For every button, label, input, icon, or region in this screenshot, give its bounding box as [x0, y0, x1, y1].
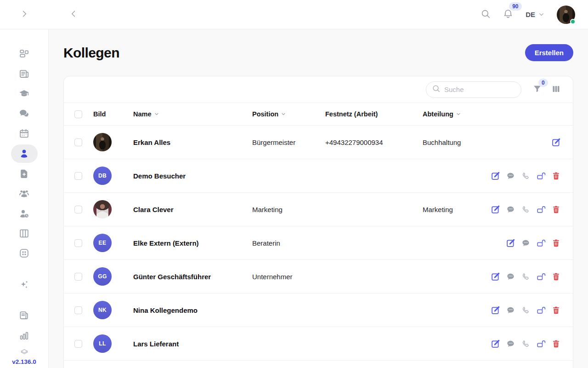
search-icon	[481, 9, 491, 20]
unlock-icon[interactable]	[536, 171, 546, 181]
columns-board-icon	[18, 228, 30, 239]
colleague-name: Lars Lieferant	[133, 340, 252, 348]
chat-icon[interactable]	[506, 339, 515, 349]
calendar-icon	[18, 128, 30, 139]
table-row[interactable]: GG Günter Geschäftsführer Unternehmer	[64, 260, 573, 293]
chat-icon[interactable]	[521, 238, 531, 248]
chat-icon[interactable]	[506, 171, 515, 181]
colleague-name: Günter Geschäftsführer	[133, 273, 252, 281]
columns-button[interactable]	[551, 84, 561, 95]
edit-icon[interactable]	[491, 305, 500, 315]
chat-icon[interactable]	[506, 205, 515, 214]
user-avatar[interactable]	[557, 6, 575, 24]
notifications-button[interactable]: 90	[503, 8, 514, 21]
edit-icon[interactable]	[491, 171, 500, 181]
row-checkbox[interactable]	[74, 206, 82, 213]
row-checkbox[interactable]	[74, 273, 82, 281]
trash-icon[interactable]	[551, 272, 561, 282]
trash-icon[interactable]	[551, 339, 561, 349]
chat-icon[interactable]	[506, 305, 515, 315]
avatar: LL	[93, 334, 112, 353]
sidebar-item-dashboard[interactable]	[11, 45, 38, 63]
sidebar-item-chat[interactable]	[11, 104, 38, 122]
package-icon	[18, 346, 30, 358]
phone-icon[interactable]	[521, 272, 531, 282]
trash-icon[interactable]	[551, 238, 561, 248]
sidebar-item-colleagues[interactable]	[11, 144, 38, 162]
colleague-position: Unternehmer	[252, 273, 325, 281]
colleague-name: Erkan Alles	[133, 138, 252, 146]
unlock-icon[interactable]	[536, 205, 546, 214]
sort-chevron-icon[interactable]	[154, 111, 159, 117]
avatar: DB	[93, 167, 112, 185]
sidebar-expand-button[interactable]	[20, 9, 29, 20]
sidebar-item-forms[interactable]	[11, 306, 38, 324]
row-checkbox[interactable]	[74, 138, 82, 146]
edit-icon[interactable]	[491, 205, 500, 214]
table-body: Erkan Alles Bürgermeister +4943227900093…	[64, 126, 573, 361]
sidebar-item-statistics[interactable]	[11, 326, 38, 344]
table-row[interactable]: Clara Clever Marketing Marketing	[64, 193, 573, 226]
column-header-abteilung[interactable]: Abteilung	[423, 110, 461, 118]
phone-icon[interactable]	[521, 171, 531, 181]
sidebar-item-documents[interactable]	[11, 165, 38, 183]
back-button[interactable]	[69, 9, 78, 20]
colleague-phone: +49432279000934	[325, 138, 423, 146]
table-search[interactable]	[426, 81, 521, 98]
unlock-icon[interactable]	[536, 305, 546, 315]
global-search-button[interactable]	[481, 9, 491, 20]
filter-button[interactable]: 0	[532, 84, 542, 95]
row-checkbox[interactable]	[74, 340, 82, 348]
edit-icon[interactable]	[551, 138, 561, 147]
unlock-icon[interactable]	[536, 238, 546, 248]
unlock-icon[interactable]	[536, 339, 546, 349]
unlock-icon[interactable]	[536, 272, 546, 282]
sidebar: v2.136.0	[0, 29, 49, 368]
chat-icon[interactable]	[506, 272, 515, 282]
edit-icon[interactable]	[506, 238, 515, 248]
row-actions	[506, 238, 561, 248]
version-label[interactable]: v2.136.0	[12, 358, 36, 365]
avatar: EE	[93, 234, 112, 252]
avatar	[93, 133, 112, 151]
avatar: NK	[93, 301, 112, 319]
table-row[interactable]: LL Lars Lieferant	[64, 327, 573, 361]
table-row[interactable]: Erkan Alles Bürgermeister +4943227900093…	[64, 126, 573, 159]
colleague-position: Bürgermeister	[252, 138, 325, 146]
sidebar-item-news[interactable]	[11, 64, 38, 82]
column-header-position[interactable]: Position	[252, 110, 286, 118]
search-input[interactable]	[444, 86, 515, 93]
sort-chevron-icon[interactable]	[456, 111, 461, 117]
trash-icon[interactable]	[551, 205, 561, 214]
trash-icon[interactable]	[551, 305, 561, 315]
sidebar-item-apps[interactable]	[11, 244, 38, 262]
row-checkbox[interactable]	[74, 306, 82, 314]
create-button[interactable]: Erstellen	[525, 44, 573, 61]
table-row[interactable]: NK Nina Kollegendemo	[64, 293, 573, 327]
colleague-position: Beraterin	[252, 239, 325, 247]
sort-chevron-icon[interactable]	[281, 111, 286, 117]
sidebar-item-academy[interactable]	[11, 85, 38, 103]
chevron-left-icon	[69, 9, 78, 20]
sidebar-item-groups[interactable]	[11, 184, 38, 202]
topbar: 90 DE	[0, 0, 588, 29]
column-header-name[interactable]: Name	[133, 110, 159, 118]
edit-icon[interactable]	[491, 339, 500, 349]
phone-icon[interactable]	[521, 339, 531, 349]
phone-icon[interactable]	[521, 305, 531, 315]
language-selector[interactable]: DE	[526, 11, 545, 18]
table-row[interactable]: EE Elke Extern (Extern) Beraterin	[64, 226, 573, 260]
sidebar-item-board[interactable]	[11, 224, 38, 242]
sidebar-item-time-tracking[interactable]	[11, 204, 38, 222]
row-actions	[491, 305, 561, 315]
users-icon	[18, 188, 30, 199]
row-checkbox[interactable]	[74, 172, 82, 180]
trash-icon[interactable]	[551, 171, 561, 181]
row-checkbox[interactable]	[74, 239, 82, 247]
phone-icon[interactable]	[521, 205, 531, 214]
select-all-checkbox[interactable]	[74, 110, 82, 118]
edit-icon[interactable]	[491, 272, 500, 282]
sidebar-item-calendar[interactable]	[11, 125, 38, 143]
table-row[interactable]: DB Demo Besucher	[64, 159, 573, 193]
sidebar-item-ai[interactable]	[11, 276, 38, 293]
